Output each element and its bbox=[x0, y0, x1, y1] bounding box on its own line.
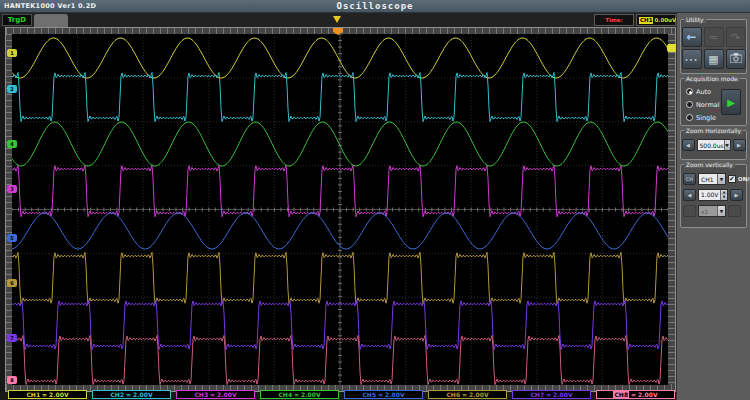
waveform-icon: ≈ bbox=[709, 31, 718, 44]
channel-mode-label: CH bbox=[686, 176, 693, 182]
channel-chip-ch4[interactable]: CH4=2.00V bbox=[260, 390, 339, 399]
channel-mode-button[interactable]: CH bbox=[683, 173, 696, 185]
channel-chip-ch6[interactable]: CH6=2.00V bbox=[428, 390, 507, 399]
channel-select[interactable]: CH1 ▼ bbox=[698, 173, 726, 185]
radio-icon[interactable] bbox=[686, 101, 693, 108]
oscilloscope-window: HANTEK1000 Ver1 0.2D Oscilloscope TrgD T… bbox=[0, 0, 750, 400]
camera-icon bbox=[730, 53, 742, 66]
radio-label: Auto bbox=[696, 88, 711, 96]
zoom-horizontal-group: Zoom Horizontally ◀ 500.0us ▼ ▶ bbox=[680, 130, 747, 160]
channel-3-offset-marker[interactable]: 3 bbox=[7, 185, 17, 193]
trigger-mode-badge[interactable]: TrgD bbox=[2, 14, 32, 26]
utility-group-title: Utility bbox=[684, 16, 706, 23]
channel-select-value: CH1 bbox=[699, 176, 717, 183]
channel-chip-volts: 2.00V bbox=[301, 391, 320, 398]
qrcode-button[interactable]: ▦ bbox=[704, 49, 724, 69]
timebase-readout: Time: 500.0us bbox=[594, 14, 634, 26]
acquisition-option-normal[interactable]: Normal bbox=[686, 98, 720, 111]
page-title: Oscilloscope bbox=[0, 1, 750, 11]
camera-button[interactable] bbox=[726, 49, 746, 69]
chevron-right-icon: ▶ bbox=[735, 192, 739, 198]
coupling-icon: = bbox=[631, 391, 636, 398]
radio-icon[interactable] bbox=[686, 88, 693, 95]
channel-chip-ch7[interactable]: CH7=2.00V bbox=[512, 390, 591, 399]
qr-code-icon: ▦ bbox=[708, 53, 718, 66]
channel-6-offset-marker[interactable]: 6 bbox=[7, 279, 17, 287]
more-button[interactable]: ••• bbox=[682, 49, 702, 69]
acquisition-group-title: Acquisition mode bbox=[684, 75, 740, 82]
channel-chip-volts: 2.00V bbox=[385, 391, 404, 398]
coupling-icon: = bbox=[210, 391, 215, 398]
right-ruler bbox=[668, 34, 675, 384]
radio-icon[interactable] bbox=[686, 114, 693, 121]
coupling-icon: = bbox=[126, 391, 131, 398]
probe-decrease-button bbox=[683, 205, 696, 217]
channel-chip-name: CH5 bbox=[362, 391, 376, 398]
channel-chip-ch1[interactable]: CH1=2.00V bbox=[8, 390, 87, 399]
check-icon: ✔ bbox=[729, 175, 735, 183]
channel-chip-volts: 2.00V bbox=[638, 391, 657, 398]
channel-onoff-checkbox[interactable]: ✔ bbox=[728, 175, 736, 183]
probe-increase-button bbox=[728, 205, 741, 217]
toolbar-tab[interactable] bbox=[34, 14, 68, 27]
zoom-vertical-title: Zoom vertically bbox=[684, 161, 735, 168]
pulse-button: ≈ bbox=[704, 27, 724, 47]
waveform-plot[interactable] bbox=[12, 34, 668, 385]
timebase-value: 500.0us bbox=[698, 142, 724, 149]
undo-button: ↷ bbox=[726, 27, 746, 47]
coupling-icon: = bbox=[42, 391, 47, 398]
channel-chip-ch5[interactable]: CH5=2.00V bbox=[344, 390, 423, 399]
chevron-down-icon: ▼ bbox=[717, 174, 725, 184]
coupling-icon: = bbox=[378, 391, 383, 398]
trigger-level-marker[interactable] bbox=[667, 44, 676, 52]
channel-2-offset-marker[interactable]: 2 bbox=[7, 85, 17, 93]
chevron-right-icon: ▶ bbox=[737, 142, 741, 148]
channel-chip-volts: 2.00V bbox=[49, 391, 68, 398]
back-arrow-icon: ← bbox=[686, 30, 696, 44]
radio-label: Normal bbox=[696, 101, 720, 109]
coupling-icon: = bbox=[294, 391, 299, 398]
channel-chip-name: CH2 bbox=[110, 391, 124, 398]
channel-4-offset-marker[interactable]: 4 bbox=[7, 140, 17, 148]
control-panel: Utility ←≈↷•••▦ Acquisition mode AutoNor… bbox=[676, 13, 750, 400]
channel-chip-name: CH4 bbox=[278, 391, 292, 398]
timebase-decrease-button[interactable]: ◀ bbox=[682, 139, 695, 151]
acquisition-option-auto[interactable]: Auto bbox=[686, 85, 720, 98]
status-toolbar: TrgD Time: 500.0us CH1 0.00uV bbox=[0, 13, 676, 27]
trigger-readout: CH1 0.00uV bbox=[636, 14, 676, 26]
channel-chip-volts: 2.00V bbox=[469, 391, 488, 398]
probe-ratio-value: x1 bbox=[699, 208, 717, 215]
channel-1-offset-marker[interactable]: 1 bbox=[7, 49, 17, 57]
trigger-time-marker-icon[interactable] bbox=[333, 16, 341, 23]
run-stop-button[interactable]: ▶ bbox=[721, 89, 741, 115]
volts-per-div-value: 1.00V bbox=[699, 190, 720, 200]
channel-chip-ch2[interactable]: CH2=2.00V bbox=[92, 390, 171, 399]
channel-chip-name: CH1 bbox=[26, 391, 40, 398]
volts-decrease-button[interactable]: ◀ bbox=[683, 189, 696, 201]
acquisition-group: Acquisition mode AutoNormalSingle ▶ bbox=[680, 78, 747, 126]
volts-per-div-spinner[interactable]: 1.00V ▲ ▼ bbox=[698, 189, 728, 201]
ellipsis-icon: ••• bbox=[685, 56, 699, 63]
back-button[interactable]: ← bbox=[682, 27, 702, 47]
zoom-horizontal-title: Zoom Horizontally bbox=[684, 127, 743, 134]
channel-8-offset-marker[interactable]: 8 bbox=[7, 376, 17, 384]
channel-chip-ch8[interactable]: CH8=2.00V bbox=[596, 390, 675, 399]
channel-chip-ch3[interactable]: CH3=2.00V bbox=[176, 390, 255, 399]
timebase-increase-button[interactable]: ▶ bbox=[733, 139, 746, 151]
onoff-label: ON/OFF bbox=[738, 176, 750, 182]
scope-display: 12435678 bbox=[5, 27, 676, 392]
channel-status-bar: CH1=2.00VCH2=2.00VCH3=2.00VCH4=2.00VCH5=… bbox=[5, 390, 676, 400]
spinner-arrows[interactable]: ▲ ▼ bbox=[720, 190, 727, 200]
channel-5-offset-marker[interactable]: 5 bbox=[7, 234, 17, 242]
channel-7-offset-marker[interactable]: 7 bbox=[7, 334, 17, 342]
title-bar: HANTEK1000 Ver1 0.2D Oscilloscope bbox=[0, 0, 750, 13]
zoom-vertical-group: Zoom vertically CH CH1 ▼ ✔ ON/OFF ◀ 1.00… bbox=[680, 164, 747, 228]
acquisition-option-single[interactable]: Single bbox=[686, 111, 720, 124]
timebase-select[interactable]: 500.0us ▼ bbox=[697, 139, 731, 151]
channel-chip-name: CH3 bbox=[194, 391, 208, 398]
chevron-left-icon: ◀ bbox=[688, 192, 692, 198]
channel-chip-name: CH7 bbox=[530, 391, 544, 398]
channel-chip-name: CH6 bbox=[446, 391, 460, 398]
radio-label: Single bbox=[696, 114, 716, 122]
volts-increase-button[interactable]: ▶ bbox=[730, 189, 743, 201]
